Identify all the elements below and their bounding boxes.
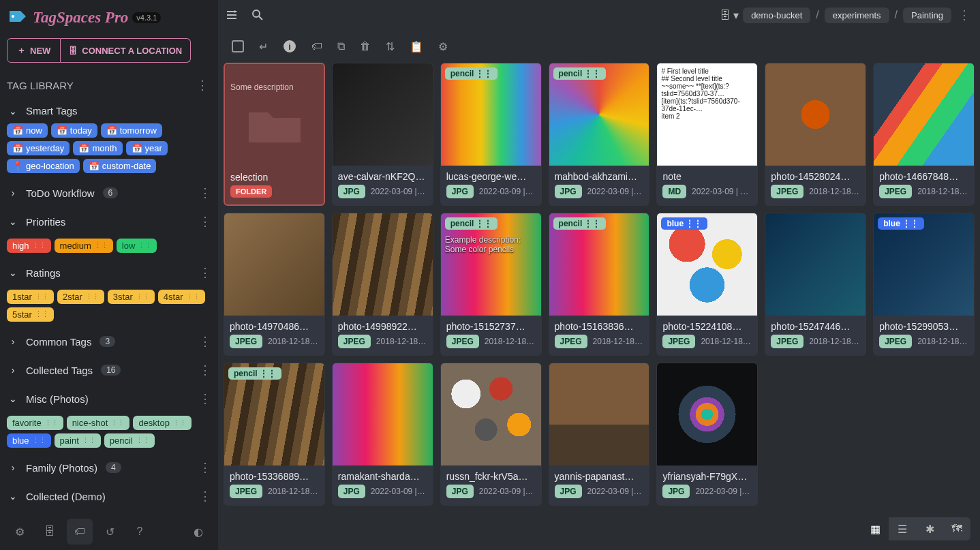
card-tag[interactable]: pencil⋮⋮ xyxy=(553,217,607,230)
misc-tag[interactable]: favorite⋮⋮ xyxy=(7,416,63,430)
file-card[interactable]: blue⋮⋮ photo-15299053… JPEG 2018-12-18 |… xyxy=(873,213,975,356)
copy-icon[interactable]: ⧉ xyxy=(337,40,345,52)
card-tag[interactable]: pencil⋮⋮ xyxy=(553,67,607,80)
card-tag[interactable]: blue⋮⋮ xyxy=(878,217,924,230)
rating-tag[interactable]: 2star⋮⋮ xyxy=(57,290,104,304)
thumbnail xyxy=(549,363,649,465)
file-card[interactable]: photo-15247446… JPEG 2018-12-18 | 38… xyxy=(765,213,866,356)
common-more-icon[interactable]: ⋮ xyxy=(196,331,214,352)
smart-tag[interactable]: 📅yesterday xyxy=(7,141,70,155)
file-card[interactable]: pencil⋮⋮ photo-15163836… JPEG 2018-12-18… xyxy=(549,213,650,356)
group-todo[interactable]: › ToDo Workflow 6 xyxy=(8,187,118,199)
file-card[interactable]: pencil⋮⋮ photo-15336889… JPEG 2018-12-18… xyxy=(224,363,325,506)
priority-tag[interactable]: medium⋮⋮ xyxy=(55,239,113,253)
card-tag[interactable]: pencil⋮⋮ xyxy=(445,217,498,230)
map-view-icon[interactable]: 🗺 xyxy=(943,517,970,540)
back-icon[interactable]: ↵ xyxy=(259,40,268,53)
smart-tag[interactable]: 📅month xyxy=(73,141,122,155)
file-card[interactable]: photo-14970486… JPEG 2018-12-18 | 59… xyxy=(224,213,325,356)
list-view-icon[interactable]: ☰ xyxy=(889,517,916,540)
file-card[interactable]: pencil⋮⋮ lucas-george-we… JPG 2022-03-09… xyxy=(440,63,542,206)
misc-more-icon[interactable]: ⋮ xyxy=(196,388,214,409)
history-nav-icon[interactable]: ↺ xyxy=(97,519,123,545)
clipboard-icon[interactable]: 📋 xyxy=(410,40,423,53)
misc-tag[interactable]: nice-shot⋮⋮ xyxy=(67,416,130,430)
group-collected-tags[interactable]: › Collected Tags 16 xyxy=(8,365,121,376)
smart-tag[interactable]: 📅year xyxy=(126,141,168,155)
smart-tag[interactable]: 📅today xyxy=(51,123,97,138)
collected-more-icon[interactable]: ⋮ xyxy=(196,360,214,380)
file-card[interactable]: russn_fckr-krV5a… JPG 2022-03-09 | 1.… xyxy=(440,363,542,506)
rating-tag[interactable]: 5star⋮⋮ xyxy=(7,307,54,322)
file-meta: 2022-03-09 | 80… xyxy=(371,487,427,496)
misc-tag[interactable]: paint⋮⋮ xyxy=(55,433,101,448)
file-card[interactable]: ramakant-sharda… JPG 2022-03-09 | 80… xyxy=(332,363,433,506)
sort-icon[interactable]: ⇅ xyxy=(386,40,395,53)
rating-tag[interactable]: 4star⋮⋮ xyxy=(158,290,205,304)
misc-tag[interactable]: blue⋮⋮ xyxy=(7,433,51,448)
tag-action-icon[interactable]: 🏷 xyxy=(311,40,322,52)
breadcrumb-item[interactable]: experiments xyxy=(825,7,889,23)
rating-tag[interactable]: 3star⋮⋮ xyxy=(108,290,155,304)
settings-icon[interactable]: ⚙ xyxy=(7,519,33,545)
info-icon[interactable]: i xyxy=(283,40,296,53)
file-name: photo-15247446… xyxy=(765,316,866,335)
app-version: v4.3.1 xyxy=(132,12,161,23)
group-family-photos[interactable]: › Family (Photos) 4 xyxy=(8,462,121,474)
select-all-checkbox[interactable] xyxy=(232,40,244,52)
rating-tag[interactable]: 1star⋮⋮ xyxy=(7,290,54,304)
file-card[interactable]: photo-14667848… JPEG 2018-12-18 | 78… xyxy=(873,63,975,206)
misc-tag[interactable]: pencil⋮⋮ xyxy=(104,433,155,448)
aperture-view-icon[interactable]: ✱ xyxy=(916,517,943,540)
breadcrumb-item[interactable]: Painting xyxy=(903,7,951,23)
group-smart-tags[interactable]: ⌄ Smart Tags xyxy=(8,105,78,117)
smart-tag[interactable]: 📅now xyxy=(7,123,48,138)
file-card[interactable]: # First level title## Second level title… xyxy=(656,63,758,206)
group-ratings[interactable]: ⌄ Ratings xyxy=(8,267,61,279)
smart-tag[interactable]: 📅tomorrow xyxy=(101,123,162,138)
file-card[interactable]: blue⋮⋮ photo-15224108… JPEG 2018-12-18 |… xyxy=(656,213,758,356)
briefcase-nav-icon[interactable]: 🗄 xyxy=(37,519,63,545)
card-tag[interactable]: blue⋮⋮ xyxy=(661,217,707,230)
family-more-icon[interactable]: ⋮ xyxy=(196,457,214,478)
group-priorities[interactable]: ⌄ Priorities xyxy=(8,216,65,228)
demo-more-icon[interactable]: ⋮ xyxy=(196,486,214,506)
priority-tag[interactable]: low⋮⋮ xyxy=(117,239,157,253)
group-common-tags[interactable]: › Common Tags 3 xyxy=(8,336,115,348)
file-card[interactable]: yfriansyah-F79gX… JPG 2022-03-09 | 1.… xyxy=(656,363,758,506)
misc-tag[interactable]: desktop⋮⋮ xyxy=(133,416,192,430)
ratings-more-icon[interactable]: ⋮ xyxy=(196,262,214,283)
group-misc-photos[interactable]: ⌄ Misc (Photos) xyxy=(8,393,89,405)
delete-icon[interactable]: 🗑 xyxy=(360,40,371,52)
card-tag[interactable]: pencil⋮⋮ xyxy=(445,67,498,80)
card-tag[interactable]: pencil⋮⋮ xyxy=(228,367,281,380)
location-icon[interactable]: 🗄 ▾ xyxy=(720,9,739,22)
tags-nav-icon[interactable]: 🏷 xyxy=(67,519,93,545)
new-button[interactable]: ＋ NEW xyxy=(7,38,61,63)
tag-library-more-icon[interactable]: ⋮ xyxy=(194,75,211,95)
smart-tag[interactable]: 📅custom-date xyxy=(83,159,157,173)
theme-toggle-icon[interactable]: ◐ xyxy=(185,519,211,545)
search-icon[interactable] xyxy=(251,8,264,22)
file-card[interactable]: ave-calvar-nKF2Q… JPG 2022-03-09 | 2.9… xyxy=(332,63,433,206)
gear-icon[interactable]: ⚙ xyxy=(438,40,448,53)
grid-view-icon[interactable]: ▦ xyxy=(861,517,889,540)
todo-more-icon[interactable]: ⋮ xyxy=(196,183,214,203)
file-card[interactable]: yannis-papanast… JPG 2022-03-09 | 2.8… xyxy=(549,363,650,506)
priorities-more-icon[interactable]: ⋮ xyxy=(196,211,214,232)
breadcrumb-more-icon[interactable]: ⋮ xyxy=(955,5,973,25)
smart-tag[interactable]: 📍geo-location xyxy=(7,159,80,173)
folder-description: Some description xyxy=(230,82,294,92)
group-collected-demo[interactable]: ⌄ Collected (Demo) xyxy=(8,491,106,502)
file-card[interactable]: Some description selection FOLDER xyxy=(224,63,325,206)
priority-tag[interactable]: high⋮⋮ xyxy=(7,239,51,253)
drag-handle-icon: ⋮⋮ xyxy=(32,436,46,445)
file-card[interactable]: photo-14528024… JPEG 2018-12-18 | 55… xyxy=(765,63,866,206)
breadcrumb-item[interactable]: demo-bucket xyxy=(743,7,810,23)
file-card[interactable]: pencil⋮⋮Example description: Some color … xyxy=(440,213,542,356)
file-card[interactable]: pencil⋮⋮ mahbod-akhzami… JPG 2022-03-09 … xyxy=(549,63,650,206)
menu-collapse-icon[interactable] xyxy=(225,8,239,22)
connect-location-button[interactable]: 🗄 CONNECT A LOCATION xyxy=(61,38,191,63)
help-nav-icon[interactable]: ? xyxy=(127,519,153,545)
file-card[interactable]: photo-14998922… JPEG 2018-12-18 | 40… xyxy=(332,213,433,356)
